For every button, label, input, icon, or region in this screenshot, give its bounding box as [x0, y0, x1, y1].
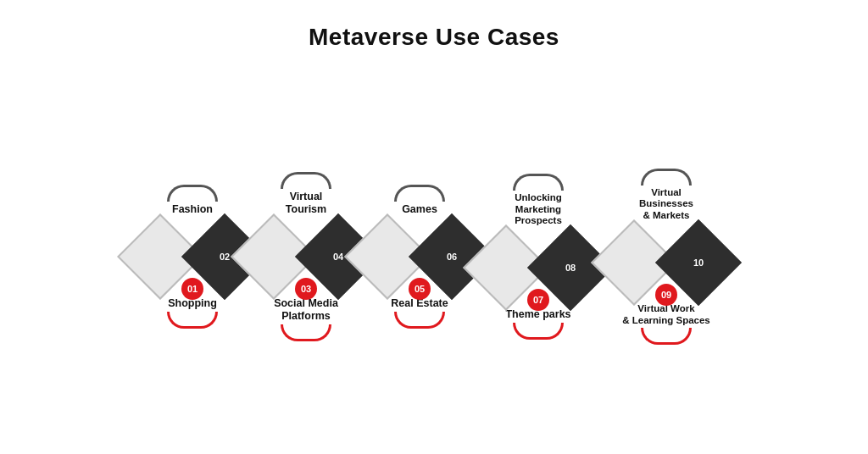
arc-bottom-1: [167, 312, 218, 329]
arc-top-4: [513, 174, 564, 191]
label-top-4: UnlockingMarketingProspects: [515, 192, 562, 227]
arc-top-5: [641, 169, 692, 185]
arc-bottom-2: [281, 324, 331, 341]
item-5: VirtualBusinesses& Markets 09 10 Virtual…: [611, 169, 721, 346]
badge-9: 09: [655, 284, 677, 306]
label-top-3: Games: [402, 203, 437, 216]
label-bottom-5: Virtual Work& Learning Spaces: [622, 303, 710, 327]
item-1: Fashion 01 02 Shopping: [147, 185, 238, 329]
diagram-area: Fashion 01 02 Shopping VirtualTourism: [0, 59, 868, 454]
badge-5: 05: [409, 278, 431, 300]
badge-7: 07: [527, 289, 549, 311]
item-2: VirtualTourism 03 04 Social MediaPlatfor…: [260, 172, 352, 341]
arc-top-2: [281, 172, 331, 189]
arc-top-3: [394, 185, 445, 202]
badge-1: 01: [181, 278, 203, 300]
arc-top-1: [167, 185, 218, 202]
arc-bottom-4: [513, 323, 564, 340]
item-4: UnlockingMarketingProspects 07 08 Theme …: [487, 174, 589, 340]
arc-bottom-5: [641, 328, 692, 345]
label-bottom-2: Social MediaPlatforms: [274, 297, 338, 323]
item-3: Games 05 06 Real Estate: [374, 185, 465, 329]
label-top-5: VirtualBusinesses& Markets: [639, 187, 693, 222]
page-title: Metaverse Use Cases: [309, 24, 559, 51]
badge-3: 03: [295, 278, 317, 300]
arc-bottom-3: [394, 312, 445, 329]
label-top-1: Fashion: [172, 203, 213, 216]
label-top-2: VirtualTourism: [286, 191, 326, 216]
